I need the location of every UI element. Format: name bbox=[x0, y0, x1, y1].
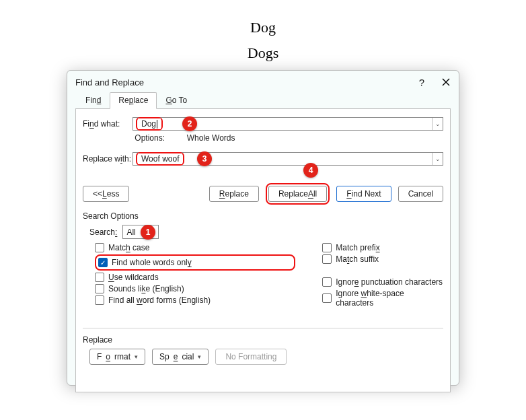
tab-goto[interactable]: Go To bbox=[157, 92, 196, 109]
replace-with-field[interactable]: Woof woof ⌄ bbox=[133, 152, 443, 166]
options-row: Options: Whole Words bbox=[133, 133, 443, 143]
no-formatting-button: No Formatting bbox=[215, 349, 287, 365]
ignore-punct-checkbox[interactable] bbox=[322, 277, 332, 287]
cancel-button[interactable]: Cancel bbox=[398, 186, 443, 202]
wildcards-checkbox[interactable] bbox=[95, 273, 104, 282]
sounds-like-label: Sounds like (English) bbox=[108, 284, 184, 293]
search-direction-value: All bbox=[126, 228, 135, 237]
options-value: Whole Words bbox=[187, 133, 235, 143]
titlebar: Find and Replace ? bbox=[67, 71, 459, 92]
tabs: Find Replace Go To bbox=[77, 92, 459, 109]
caret-down-icon: ▾ bbox=[198, 353, 201, 360]
replace-all-highlight: Replace All bbox=[266, 183, 330, 205]
replace-with-label: Replace with: bbox=[83, 154, 133, 164]
find-replace-dialog: Find and Replace ? Find Replace Go To Fi… bbox=[67, 70, 459, 386]
document-line-2: Dogs bbox=[0, 44, 526, 62]
word-forms-checkbox[interactable] bbox=[95, 295, 104, 305]
find-what-label: Find what: bbox=[83, 119, 133, 129]
match-suffix-checkbox[interactable] bbox=[322, 254, 332, 264]
tab-panel: Find what: Dog ⌄ 2 Options: Whole Words … bbox=[75, 108, 451, 392]
match-case-checkbox[interactable] bbox=[95, 243, 104, 252]
word-forms-label: Find all word forms (English) bbox=[108, 295, 211, 305]
wildcards-label: Use wildcards bbox=[108, 273, 159, 282]
callout-badge-4: 4 bbox=[303, 163, 318, 178]
whole-words-label: Find whole words only bbox=[112, 258, 192, 267]
search-options-title: Search Options bbox=[83, 211, 443, 221]
callout-badge-2: 2 bbox=[182, 116, 197, 131]
replace-with-dropdown[interactable]: ⌄ bbox=[432, 153, 443, 165]
ignore-white-label: Ignore white-space characters bbox=[336, 289, 443, 308]
close-icon bbox=[442, 78, 450, 86]
find-what-field[interactable]: Dog ⌄ bbox=[133, 117, 443, 131]
match-case-label: Match case bbox=[108, 243, 149, 252]
callout-badge-1: 1 bbox=[141, 225, 155, 240]
whole-words-highlight: ✓ Find whole words only bbox=[95, 254, 295, 271]
dialog-title: Find and Replace bbox=[75, 77, 144, 88]
whole-words-checkbox[interactable]: ✓ bbox=[98, 258, 108, 267]
replace-button[interactable]: Replace bbox=[209, 186, 259, 202]
special-button[interactable]: Special ▾ bbox=[152, 349, 209, 365]
replace-all-button[interactable]: Replace All bbox=[268, 186, 327, 202]
format-button[interactable]: Format ▾ bbox=[89, 349, 145, 365]
close-button[interactable] bbox=[440, 76, 452, 88]
divider bbox=[83, 328, 443, 328]
search-direction-label: Search: bbox=[89, 228, 117, 237]
options-label: Options: bbox=[135, 133, 184, 143]
callout-badge-3: 3 bbox=[197, 151, 212, 166]
match-prefix-label: Match prefix bbox=[336, 243, 379, 252]
less-button[interactable]: << Less bbox=[83, 186, 129, 202]
help-button[interactable]: ? bbox=[416, 76, 428, 88]
caret-down-icon: ▾ bbox=[135, 353, 138, 360]
match-prefix-checkbox[interactable] bbox=[322, 243, 332, 252]
text-caret bbox=[157, 120, 157, 129]
replace-section-title: Replace bbox=[83, 335, 443, 345]
ignore-white-checkbox[interactable] bbox=[322, 293, 332, 303]
find-what-value: Dog bbox=[141, 119, 156, 129]
document-line-1: Dog bbox=[0, 19, 526, 36]
find-next-button[interactable]: Find Next bbox=[336, 186, 391, 202]
replace-with-value: Woof woof bbox=[138, 153, 182, 164]
find-what-dropdown[interactable]: ⌄ bbox=[432, 118, 443, 130]
tab-find[interactable]: Find bbox=[77, 92, 110, 109]
sounds-like-checkbox[interactable] bbox=[95, 284, 104, 293]
match-suffix-label: Match suffix bbox=[336, 254, 379, 264]
ignore-punct-label: Ignore punctuation characters bbox=[336, 277, 443, 287]
tab-replace[interactable]: Replace bbox=[110, 92, 157, 109]
